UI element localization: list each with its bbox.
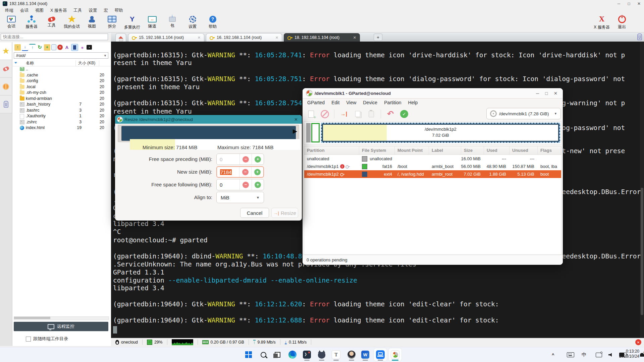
remote-app-taskbar-button[interactable] (374, 348, 387, 361)
path-dropdown-icon[interactable]: ▼ (104, 54, 107, 57)
quick-connect-input[interactable] (1, 34, 108, 40)
cancel-button[interactable]: Cancel (240, 208, 269, 218)
attachments-icon[interactable] (637, 34, 642, 40)
new-file-icon[interactable] (51, 44, 56, 50)
toolbar-button-mysessions[interactable]: 我的会话 (62, 13, 82, 32)
notification-close-button[interactable]: ✕ (635, 339, 641, 345)
file-row[interactable]: kvmd-armbian20 (12, 96, 111, 102)
tab-close-icon[interactable]: ✕ (353, 36, 356, 40)
column-header[interactable]: Mount Point (395, 146, 429, 155)
column-header[interactable]: Unused (509, 146, 538, 155)
gparted-maximize-button[interactable]: □ (545, 91, 548, 96)
start-button[interactable] (242, 348, 255, 361)
sidebar-tab-tools[interactable] (0, 60, 12, 78)
sidebar-tab-attachments[interactable] (0, 96, 12, 113)
gparted-titlebar[interactable]: /dev/mmcblk1 - GParted@onecloud ─ □ ✕ (303, 88, 563, 99)
spin-increment-button[interactable]: + (251, 167, 263, 177)
gparted-menu-item[interactable]: Device (360, 100, 381, 105)
terminal-tab[interactable]: 18. 192.168.1.104 (root)✕ (284, 33, 360, 42)
column-header[interactable]: Flags (538, 146, 561, 155)
terminal-tab[interactable]: 15. 192.168.1.104 (root)✕ (128, 33, 204, 42)
magic-wand-icon[interactable] (79, 44, 86, 51)
apply-button[interactable] (400, 110, 409, 118)
file-list-hscrollbar[interactable] (14, 316, 109, 320)
undo-button[interactable] (386, 110, 395, 118)
toolbar-button-tools[interactable]: 工具 (42, 13, 62, 32)
word-taskbar-button[interactable]: W (359, 348, 372, 361)
spinbox-new-size[interactable]: 7184−+ (216, 166, 264, 178)
close-button[interactable]: ✕ (634, 0, 644, 7)
path-bar[interactable]: /root/ ▼ (14, 52, 108, 59)
delete-icon[interactable] (57, 45, 63, 50)
menu-item[interactable]: 帮助 (112, 8, 126, 13)
sidebar-tab-network[interactable] (0, 78, 12, 96)
file-row[interactable]: index.html1920 (12, 125, 111, 131)
gparted-taskbar-button[interactable] (389, 348, 401, 361)
tab-close-icon[interactable]: ✕ (198, 36, 201, 40)
terminal-sync-icon[interactable] (71, 44, 78, 51)
menu-item[interactable]: X 服务器 (47, 8, 70, 13)
sidebar-tab-sessions[interactable] (0, 42, 12, 60)
toolbar-button-exit[interactable]: 退出 (612, 13, 632, 32)
spin-decrement-button[interactable]: − (239, 179, 252, 190)
new-partition-button[interactable] (307, 110, 315, 118)
upload-icon[interactable] (29, 44, 36, 51)
typora-taskbar-button[interactable]: T (330, 348, 342, 361)
gparted-menu-item[interactable]: Edit (328, 100, 343, 105)
column-header[interactable]: File System (359, 146, 395, 155)
ime-indicator[interactable]: 中 (582, 347, 587, 362)
resize-dialog-titlebar[interactable]: Resize /dev/mmcblk1p2@onecloud ✕ (115, 115, 302, 124)
toolbar-button-multiexec[interactable]: 多重执行 (122, 13, 142, 32)
menu-item[interactable]: 视图 (32, 8, 47, 13)
spin-increment-button[interactable]: + (252, 179, 264, 190)
unallocated-block[interactable] (306, 123, 311, 142)
file-row[interactable]: .. (12, 66, 111, 72)
spin-decrement-button[interactable]: − (239, 154, 252, 165)
spinbox-value[interactable]: 0 (217, 182, 239, 188)
resize-dialog-close-icon[interactable]: ✕ (294, 117, 302, 122)
resize-button[interactable]: →| Resize (271, 208, 298, 218)
file-row[interactable]: .bashrc320 (12, 108, 111, 114)
cast-display-button[interactable] (596, 347, 602, 362)
edge-button[interactable] (286, 348, 299, 361)
column-header[interactable]: Size (461, 146, 484, 155)
column-name[interactable]: 名称 (26, 60, 34, 66)
menu-item[interactable]: 终端 (2, 8, 16, 13)
menu-item[interactable]: 设置 (86, 8, 100, 13)
remote-monitor-button[interactable]: 远程监控 (14, 322, 108, 331)
column-header[interactable]: Used (484, 146, 509, 155)
gparted-menu-item[interactable]: Help (405, 100, 421, 105)
follow-terminal-checkbox[interactable] (26, 337, 31, 342)
menu-item[interactable]: 会话 (17, 8, 32, 13)
mobaxterm-taskbar-button[interactable] (301, 348, 313, 361)
toolbar-button-view[interactable]: 视图 (82, 13, 102, 32)
menu-item[interactable]: 工具 (70, 8, 85, 13)
search-button[interactable] (257, 348, 270, 361)
gparted-menu-item[interactable]: View (343, 100, 360, 105)
delete-partition-button[interactable] (320, 110, 329, 118)
toolbar-button-split[interactable]: 拆分 (102, 13, 122, 32)
rename-icon[interactable] (64, 44, 70, 51)
column-header[interactable]: Partition (304, 146, 359, 155)
spin-increment-button[interactable]: + (252, 154, 264, 165)
clock[interactable]: 0:13:20 2023/10/24 (612, 349, 639, 359)
file-row[interactable]: .config20 (12, 78, 111, 84)
folder-up-icon[interactable] (14, 44, 21, 51)
resize-move-button[interactable] (339, 110, 348, 118)
minimize-button[interactable]: ─ (614, 0, 624, 7)
file-row[interactable]: .bash_history720 (12, 102, 111, 108)
paste-button[interactable] (367, 110, 376, 118)
touch-keyboard-button[interactable] (567, 347, 574, 362)
toolbar-button-settings[interactable]: 设置 (182, 13, 203, 32)
copy-button[interactable] (353, 110, 362, 118)
partition-row[interactable]: unallocatedunallocated16.00 MiB------ (304, 155, 561, 163)
terminal-tab[interactable]: 16. 192.168.1.104 (root)✕ (206, 33, 282, 42)
partition1-block[interactable] (311, 123, 320, 142)
spinbox-value[interactable]: 0 (217, 157, 239, 162)
task-view-button[interactable] (271, 348, 284, 361)
column-size[interactable]: 大小 (KB) (78, 60, 95, 66)
gparted-menu-item[interactable]: GParted (304, 100, 328, 105)
toolbar-button-help[interactable]: 帮助 (203, 13, 223, 32)
home-tab[interactable] (115, 33, 126, 42)
menu-item[interactable]: 宏 (101, 8, 111, 13)
